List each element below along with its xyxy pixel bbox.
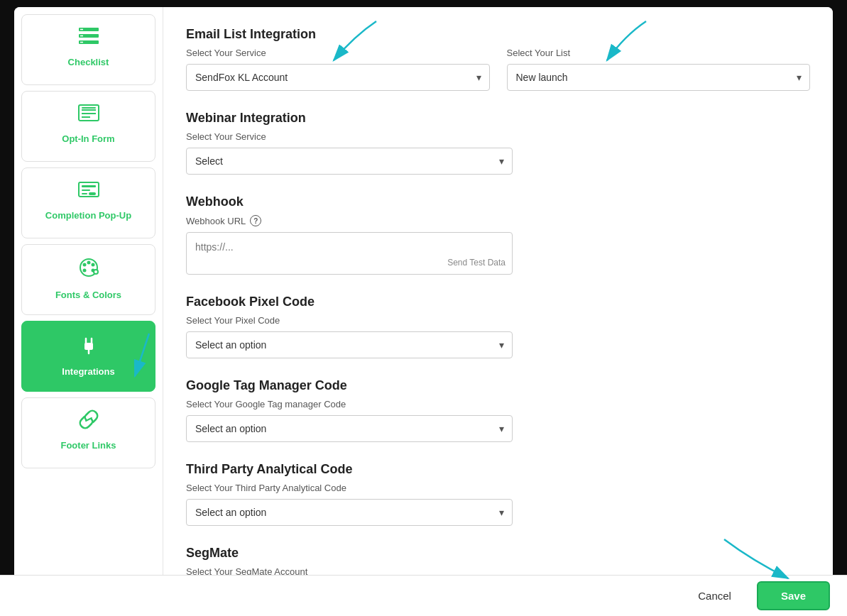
email-list-select[interactable]: New launch Select (507, 64, 811, 91)
webhook-label-row: Webhook URL ? (186, 215, 810, 226)
email-list-col: Select Your List New launch Select (507, 48, 811, 91)
google-tag-manager-select-wrapper: Select an option (186, 415, 513, 442)
sidebar-item-checklist-label: Checklist (68, 57, 109, 67)
facebook-pixel-select-wrapper: Select an option (186, 331, 513, 358)
email-integration-title: Email List Integration (186, 27, 810, 42)
svg-point-23 (94, 270, 97, 273)
third-party-section: Third Party Analytical Code Select Your … (186, 462, 810, 526)
third-party-select[interactable]: Select an option (186, 499, 513, 526)
google-tag-manager-section: Google Tag Manager Code Select Your Goog… (186, 378, 810, 442)
third-party-label: Select Your Third Party Analytical Code (186, 483, 810, 493)
save-button[interactable]: Save (757, 581, 830, 610)
sidebar-item-checklist[interactable]: Checklist (21, 14, 155, 85)
sidebar-item-footer-label: Footer Links (60, 440, 116, 451)
cancel-button[interactable]: Cancel (681, 583, 748, 609)
webhook-help-icon[interactable]: ? (250, 215, 261, 226)
sidebar-item-integrations-label: Integrations (62, 366, 114, 377)
svg-point-17 (82, 263, 86, 267)
email-service-select-wrapper: SendFox KL Account Select (186, 64, 490, 91)
webhook-url-label: Webhook URL (186, 216, 246, 226)
sidebar-item-optin-label: Opt-In Form (62, 133, 114, 144)
sidebar-item-fonts-label: Fonts & Colors (55, 290, 121, 300)
third-party-title: Third Party Analytical Code (186, 462, 810, 477)
third-party-select-wrapper: Select an option (186, 499, 513, 526)
sidebar-item-footer[interactable]: Footer Links (21, 397, 155, 468)
google-tag-manager-title: Google Tag Manager Code (186, 378, 810, 393)
facebook-pixel-select[interactable]: Select an option (186, 331, 513, 358)
settings-modal: Checklist Opt-In Form (14, 7, 833, 616)
google-tag-manager-label: Select Your Google Tag manager Code (186, 399, 810, 409)
send-test-data-link[interactable]: Send Test Data (447, 258, 506, 268)
svg-point-21 (82, 269, 86, 273)
webhook-url-wrapper: Send Test Data (186, 232, 513, 275)
email-integration-section: Email List Integration Select Your Servi… (186, 27, 810, 91)
sidebar: Checklist Opt-In Form (14, 7, 163, 616)
action-bar: Cancel Save (0, 575, 847, 616)
svg-point-18 (87, 261, 90, 265)
email-service-select[interactable]: SendFox KL Account Select (186, 64, 490, 91)
palette-icon (77, 256, 100, 284)
email-list-select-wrapper: New launch Select (507, 64, 811, 91)
plug-icon (78, 333, 99, 361)
sidebar-item-fonts[interactable]: Fonts & Colors (21, 244, 155, 315)
email-list-label: Select Your List (507, 48, 811, 58)
optin-icon (77, 103, 100, 128)
svg-point-19 (91, 263, 94, 267)
facebook-pixel-label: Select Your Pixel Code (186, 315, 810, 326)
checklist-icon (77, 26, 100, 51)
email-service-label: Select Your Service (186, 48, 490, 58)
webhook-url-input[interactable] (186, 232, 513, 275)
sidebar-item-popup-label: Completion Pop-Up (45, 210, 131, 221)
webhook-title: Webhook (186, 194, 810, 209)
svg-rect-10 (82, 107, 96, 109)
google-tag-manager-select[interactable]: Select an option (186, 415, 513, 442)
webinar-integration-title: Webinar Integration (186, 111, 810, 126)
sidebar-item-optin[interactable]: Opt-In Form (21, 91, 155, 162)
email-service-col: Select Your Service SendFox KL Account S… (186, 48, 490, 91)
webhook-section: Webhook Webhook URL ? Send Test Data (186, 194, 810, 275)
webinar-service-select[interactable]: Select (186, 148, 513, 175)
svg-rect-14 (82, 193, 87, 194)
webinar-service-select-wrapper: Select (186, 148, 513, 175)
facebook-pixel-section: Facebook Pixel Code Select Your Pixel Co… (186, 295, 810, 358)
webinar-service-label: Select Your Service (186, 131, 810, 142)
link-icon (77, 409, 100, 434)
segmate-title: SegMate (186, 546, 810, 561)
popup-icon (77, 180, 100, 204)
sidebar-item-integrations[interactable]: Integrations (21, 321, 155, 392)
content-area: Email List Integration Select Your Servi… (163, 7, 833, 616)
svg-rect-13 (82, 189, 90, 191)
svg-rect-12 (82, 185, 96, 187)
sidebar-item-popup[interactable]: Completion Pop-Up (21, 167, 155, 238)
facebook-pixel-title: Facebook Pixel Code (186, 295, 810, 309)
webinar-integration-section: Webinar Integration Select Your Service … (186, 111, 810, 175)
svg-rect-15 (89, 192, 96, 195)
